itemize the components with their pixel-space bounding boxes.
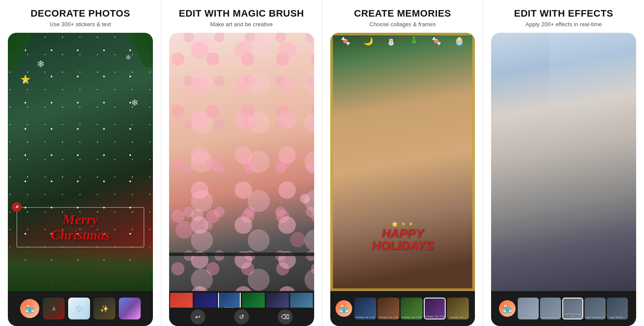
snowflake-3: ❄ [131, 97, 138, 108]
shop-icon-button[interactable]: 🏪 [20, 299, 39, 318]
holiday-thumb-5[interactable]: Holiday Vol... [447, 298, 469, 319]
moon-icon: 🌙 [364, 36, 373, 46]
light-ray [549, 33, 636, 188]
brush-fantasy[interactable]: Fantasy [194, 293, 217, 308]
panel3-title: CREATE MEMORIES [354, 8, 451, 19]
effect-thumb-4[interactable]: Light Shadow 04 [585, 298, 606, 319]
panel3-bottom-bar: 🏪 Holiday Vol. 2 01 Holiday Vol. 2 02 Ho… [330, 291, 475, 326]
panel3-screen: 🍬 🌙 ⛄ 🎄 🍬 🧁 ⭐ ✦ ✦ HAPPYHOLIDAYS [330, 33, 475, 291]
panel1-bottom-bar: 🏪 🎄 ❄️ ✨ [8, 291, 153, 326]
holiday-thumb-3[interactable]: Holiday Vol. 2 03 [401, 298, 422, 319]
erase-button[interactable]: ⌫ [278, 309, 293, 324]
panel1-phone: ★ MerryChristmas ❄ ❄ ❄ ❄ 🏪 [0, 33, 161, 326]
bokeh-3 [290, 232, 305, 247]
panel4-bg [491, 33, 636, 291]
bokeh-4 [300, 194, 310, 204]
panel4-subtitle: Apply 200+ effects in real-time [514, 21, 613, 28]
panel4-title: EDIT WITH EFFECTS [514, 8, 613, 19]
snowflake-1: ❄ [37, 59, 45, 70]
panel4-phone: 🏪 Light Shadow 01 Light Shadow 02 Light … [483, 33, 644, 326]
panel3-header: CREATE MEMORIES Choose collages & frames [350, 0, 455, 33]
brush-twinkle[interactable]: Twinkle [218, 293, 241, 308]
thumb-christmas[interactable]: 🎄 [43, 298, 65, 319]
panel1-bg: ★ MerryChristmas ❄ ❄ ❄ ❄ [8, 33, 153, 291]
panel3-bg: 🍬 🌙 ⛄ 🎄 🍬 🧁 ⭐ ✦ ✦ HAPPYHOLIDAYS [330, 33, 475, 291]
effect-thumb-1[interactable]: Light Shadow 01 [518, 298, 539, 319]
panel2-phone: Devotion Fantasy Twinkle Lucky Tic-Tac-T… [161, 33, 322, 326]
brush-devotion[interactable]: Devotion [170, 293, 193, 308]
panel2-subtitle: Make art and be creative [179, 21, 304, 28]
gingerbread-icon: 🧁 [454, 36, 464, 46]
panel3-shop-icon[interactable]: 🏪 [336, 300, 352, 317]
snowman-icon: ⛄ [386, 36, 396, 46]
panel1-header: DECORATE PHOTOS Use 300+ stickers & text [26, 0, 135, 33]
panel-edit-effects: EDIT WITH EFFECTS Apply 200+ effects in … [483, 0, 644, 326]
panel2-screen [169, 33, 314, 291]
effects-thumbs: Light Shadow 01 Light Shadow 02 Light Sh… [517, 298, 629, 319]
panel1-title: DECORATE PHOTOS [31, 8, 130, 19]
panel1-icon-strip: 🏪 🎄 ❄️ ✨ [18, 298, 142, 319]
merry-christmas-text: MerryChristmas [17, 207, 144, 247]
panel-magic-brush: EDIT WITH MAGIC BRUSH Make art and be cr… [161, 0, 322, 326]
panel2-header: EDIT WITH MAGIC BRUSH Make art and be cr… [174, 0, 308, 33]
panel4-header: EDIT WITH EFFECTS Apply 200+ effects in … [509, 0, 617, 33]
holiday-thumb-2[interactable]: Holiday Vol. 2 02 [377, 298, 399, 319]
effect-thumb-2[interactable]: Light Shadow 02 [540, 298, 561, 319]
panel3-subtitle: Choose collages & frames [354, 21, 451, 28]
gold-frame [330, 33, 475, 291]
tree-icon2: 🎄 [409, 36, 419, 46]
holiday-thumbs: Holiday Vol. 2 01 Holiday Vol. 2 02 Holi… [353, 298, 470, 319]
bokeh-1 [176, 221, 193, 239]
candy2-icon: 🍬 [432, 36, 441, 46]
panel2-bottom-bar: Devotion Fantasy Twinkle Lucky Tic-Tac-T… [169, 291, 314, 326]
brush-tictactoe[interactable]: Tic-Tac-Toe [266, 293, 289, 308]
undo-button[interactable]: ↩ [190, 309, 205, 324]
effect-thumb-3[interactable]: Light Shadow 03 [562, 298, 583, 319]
panel3-phone: 🍬 🌙 ⛄ 🎄 🍬 🧁 ⭐ ✦ ✦ HAPPYHOLIDAYS 🏪 Holid [322, 33, 483, 326]
holiday-thumb-4[interactable]: Holiday Vol. 2 04 [424, 298, 446, 319]
brush-controls: ↩ ↺ ⌫ [172, 309, 312, 324]
panel4-bottom-bar: 🏪 Light Shadow 01 Light Shadow 02 Light … [491, 291, 636, 326]
xmas-icons-top: 🍬 🌙 ⛄ 🎄 🍬 🧁 [330, 36, 475, 46]
bokeh-2 [191, 209, 203, 221]
brush-toolbar: Devotion Fantasy Twinkle Lucky Tic-Tac-T… [169, 293, 314, 308]
brush-label-strip [169, 253, 314, 256]
panel4-screen [491, 33, 636, 291]
effect-thumb-5[interactable]: Light Shado... [607, 298, 628, 319]
panel-decorate-photos: DECORATE PHOTOS Use 300+ stickers & text… [0, 0, 161, 326]
candy-icon: 🍬 [341, 36, 350, 46]
happy-holidays-text: ⭐ ✦ ✦ HAPPYHOLIDAYS [335, 221, 471, 252]
panel1-subtitle: Use 300+ stickers & text [31, 21, 130, 28]
panel4-shop-icon[interactable]: 🏪 [499, 300, 516, 317]
holiday-thumb-1[interactable]: Holiday Vol. 2 01 [354, 298, 376, 319]
panel1-screen: ★ MerryChristmas ❄ ❄ ❄ ❄ [8, 33, 153, 291]
refresh-button[interactable]: ↺ [234, 309, 249, 324]
brush-lucky[interactable]: Lucky [242, 293, 265, 308]
thumb-gradient[interactable] [119, 298, 141, 319]
snowflake-4: ❄ [22, 79, 27, 85]
bokeh-5 [204, 221, 213, 230]
panel2-title: EDIT WITH MAGIC BRUSH [179, 8, 304, 19]
thumb-sparkle[interactable]: ✨ [93, 298, 115, 319]
snowflake-2: ❄ [125, 53, 131, 62]
panel-create-memories: CREATE MEMORIES Choose collages & frames… [322, 0, 483, 326]
panel2-bg [169, 33, 314, 291]
thumb-snow[interactable]: ❄️ [68, 298, 90, 319]
brush-sp[interactable]: Sp... [290, 293, 313, 308]
